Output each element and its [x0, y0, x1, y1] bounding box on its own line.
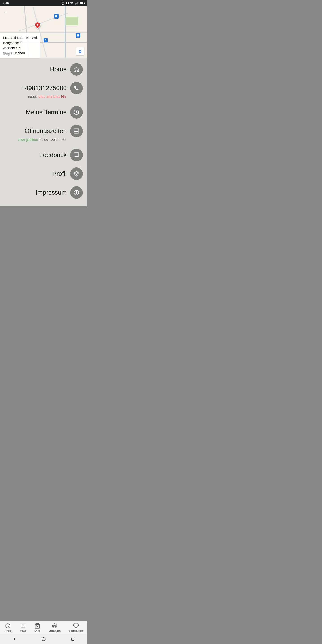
status-icons [61, 1, 84, 5]
nav-item-profil[interactable]: Profil [0, 164, 87, 183]
maps-logo [77, 49, 83, 54]
svg-point-15 [56, 17, 57, 18]
svg-point-12 [80, 50, 81, 52]
address-line3: Jocherstr. 6 [3, 46, 20, 50]
nav-item-impressum[interactable]: Impressum [0, 183, 87, 202]
svg-rect-10 [84, 2, 84, 4]
gear-icon [73, 170, 80, 177]
open-icon: OPEN [73, 128, 80, 134]
svg-rect-6 [77, 2, 77, 5]
nav-item-home[interactable]: Home [0, 60, 87, 79]
chat-icon [73, 152, 80, 158]
status-time: 9:46 [3, 1, 9, 5]
battery-icon [80, 2, 84, 5]
nav-menu: Home +498131275080 ncept LILL and LILL H… [0, 58, 87, 206]
nav-label-home: Home [50, 66, 67, 73]
nav-item-oeffnung[interactable]: Öffnungszeiten OPEN Jetzt geöffnet 09:00… [0, 122, 87, 146]
map-section[interactable]: LILL and LILL Hair and Bodyconcept Joche… [0, 6, 87, 58]
google-maps-icon[interactable] [76, 48, 84, 56]
address-line2: Bodyconcept [3, 41, 22, 45]
nav-label-profil: Profil [52, 170, 67, 177]
svg-text:OPEN: OPEN [75, 131, 78, 132]
home-icon [73, 66, 80, 72]
sim-icon [61, 1, 65, 5]
phone-concept: ncept [28, 95, 37, 99]
phone-sub-row: ncept LILL and LILL Ha [28, 95, 66, 99]
oeffnung-sub-row: Jetzt geöffnet 09:00 - 20:00 Uhr [18, 138, 66, 142]
svg-rect-5 [76, 3, 76, 4]
bottom-spacer [0, 206, 87, 230]
svg-point-14 [56, 17, 56, 18]
svg-point-22 [76, 173, 77, 175]
open-status: Jetzt geöffnet [18, 138, 38, 142]
map-park [65, 16, 78, 26]
map-road [19, 13, 68, 31]
termine-button[interactable] [70, 106, 83, 118]
nav-item-phone[interactable]: +498131275080 ncept LILL and LILL Ha [0, 79, 87, 103]
svg-rect-9 [80, 2, 83, 4]
phone-name: LILL and LILL Ha [38, 95, 66, 99]
status-bar: 9:46 [0, 0, 87, 6]
svg-rect-13 [56, 15, 57, 17]
svg-rect-1 [62, 2, 64, 4]
svg-rect-4 [75, 4, 76, 5]
svg-point-18 [78, 36, 79, 36]
wifi-icon [70, 1, 74, 5]
marker-dot [36, 24, 39, 26]
nav-label-impressum: Impressum [36, 189, 67, 196]
impressum-button[interactable] [70, 186, 83, 199]
map-road [0, 32, 87, 33]
nav-label-feedback: Feedback [39, 152, 67, 158]
nav-label-phone: +498131275080 [21, 84, 67, 92]
profil-button[interactable] [70, 168, 83, 180]
notification-icon [66, 1, 69, 5]
map-water [65, 6, 66, 58]
back-button[interactable]: ← [3, 9, 7, 14]
main-panel: 9:46 [0, 0, 87, 230]
parking-icon: P [44, 38, 48, 42]
home-button[interactable] [70, 63, 83, 76]
svg-point-17 [77, 36, 78, 36]
map-marker [34, 22, 41, 28]
nav-item-feedback[interactable]: Feedback [0, 146, 87, 164]
phone-icon [73, 85, 80, 91]
open-hours: 09:00 - 20:00 Uhr [40, 138, 66, 142]
clock-icon [73, 109, 80, 116]
phone-button[interactable] [70, 82, 83, 94]
nav-item-termine[interactable]: Meine Termine [0, 103, 87, 122]
address-line1: LILL and LILL Hair and [3, 36, 37, 40]
feedback-button[interactable] [70, 149, 83, 161]
map-background: LILL and LILL Hair and Bodyconcept Joche… [0, 6, 87, 58]
oeffnung-button[interactable]: OPEN [70, 125, 83, 137]
info-icon [73, 190, 80, 196]
signal-icon [75, 1, 79, 5]
nav-label-oeffnung: Öffnungszeiten [24, 128, 67, 134]
nav-label-termine: Meine Termine [26, 109, 67, 116]
bus-stop-2 [76, 33, 80, 38]
svg-point-3 [67, 2, 68, 4]
marker-pin [33, 20, 42, 29]
svg-rect-7 [78, 2, 78, 4]
svg-rect-16 [77, 34, 79, 36]
bus-stop-1 [54, 14, 58, 18]
google-logo: Google [2, 52, 13, 56]
